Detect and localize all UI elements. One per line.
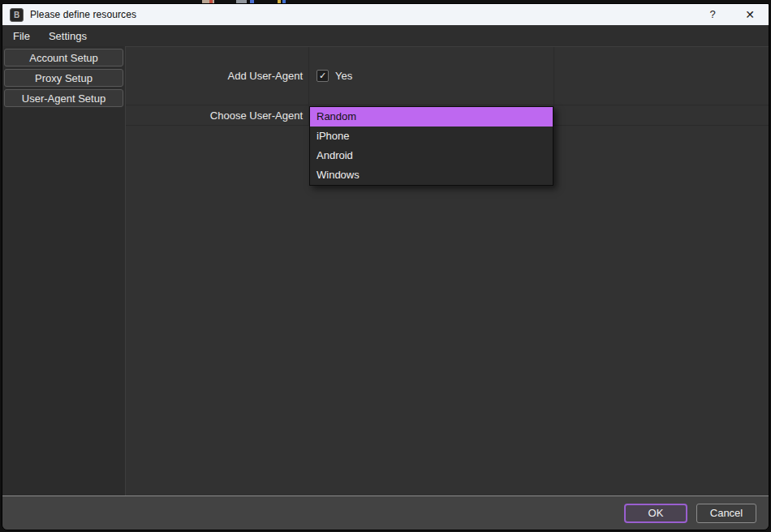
cancel-button[interactable]: Cancel: [696, 504, 756, 523]
add-user-agent-checkbox[interactable]: ✓: [317, 70, 329, 82]
dialog-content: Account Setup Proxy Setup User-Agent Set…: [2, 46, 769, 496]
sidebar-button-user-agent-setup[interactable]: User-Agent Setup: [4, 89, 123, 107]
dialog-window: B Please define resources ? ✕ File Setti…: [2, 3, 769, 530]
menu-item-settings[interactable]: Settings: [49, 30, 87, 42]
field-label-add-user-agent: Add User-Agent: [126, 47, 309, 105]
user-agent-dropdown-popup: Random iPhone Android Windows: [309, 106, 553, 186]
app-icon-glyph: B: [14, 11, 19, 19]
menu-bar: File Settings: [2, 25, 769, 46]
check-icon: ✓: [319, 71, 326, 80]
dropdown-option-android[interactable]: Android: [310, 146, 553, 165]
close-button[interactable]: ✕: [741, 6, 759, 24]
sidebar-button-proxy-setup[interactable]: Proxy Setup: [4, 69, 123, 87]
window-title: Please define resources: [30, 9, 704, 20]
form-row-add-user-agent: Add User-Agent ✓ Yes: [126, 47, 769, 105]
dropdown-option-windows[interactable]: Windows: [310, 165, 553, 185]
app-icon: B: [10, 8, 24, 22]
sidebar-button-account-setup[interactable]: Account Setup: [4, 49, 123, 66]
field-add-user-agent: ✓ Yes: [309, 47, 554, 105]
dropdown-option-iphone[interactable]: iPhone: [310, 127, 553, 146]
menu-item-file[interactable]: File: [13, 30, 30, 42]
checkbox-label: Yes: [335, 70, 352, 82]
title-bar[interactable]: B Please define resources ? ✕: [2, 4, 769, 25]
sidebar: Account Setup Proxy Setup User-Agent Set…: [2, 46, 126, 496]
form-panel: Add User-Agent ✓ Yes Choose User-Agent R…: [126, 46, 769, 496]
dropdown-option-random[interactable]: Random: [310, 107, 553, 127]
ok-button[interactable]: OK: [624, 504, 687, 523]
help-button[interactable]: ?: [704, 6, 721, 24]
footer-button-bar: OK Cancel: [2, 496, 769, 530]
field-label-choose-user-agent: Choose User-Agent: [126, 105, 309, 125]
